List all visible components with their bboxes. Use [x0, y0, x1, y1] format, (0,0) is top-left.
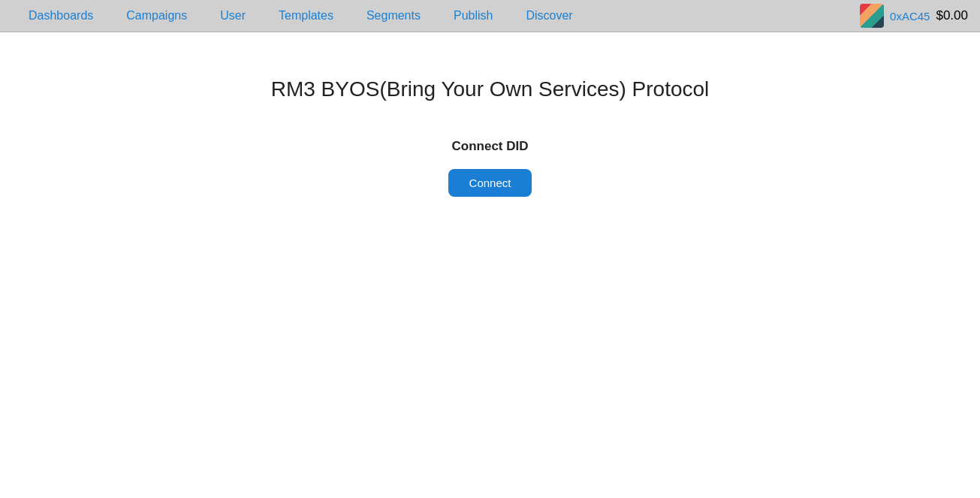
page-title: RM3 BYOS(Bring Your Own Services) Protoc… [271, 77, 710, 101]
connect-did-label: Connect DID [452, 139, 529, 154]
nav-item-templates[interactable]: Templates [262, 9, 350, 23]
main-content: RM3 BYOS(Bring Your Own Services) Protoc… [0, 32, 980, 498]
avatar[interactable] [860, 4, 884, 28]
nav-item-segments[interactable]: Segments [350, 9, 437, 23]
nav-item-publish[interactable]: Publish [437, 9, 509, 23]
account-address[interactable]: 0xAC45 [890, 10, 930, 23]
avatar-image [860, 4, 884, 28]
connect-button[interactable]: Connect [448, 169, 532, 197]
nav-item-dashboards[interactable]: Dashboards [12, 9, 110, 23]
navbar: Dashboards Campaigns User Templates Segm… [0, 0, 980, 32]
nav-item-campaigns[interactable]: Campaigns [110, 9, 204, 23]
nav-item-discover[interactable]: Discover [509, 9, 589, 23]
nav-item-user[interactable]: User [204, 9, 262, 23]
account-section: 0xAC45 $0.00 [860, 4, 968, 28]
account-balance: $0.00 [936, 8, 968, 23]
